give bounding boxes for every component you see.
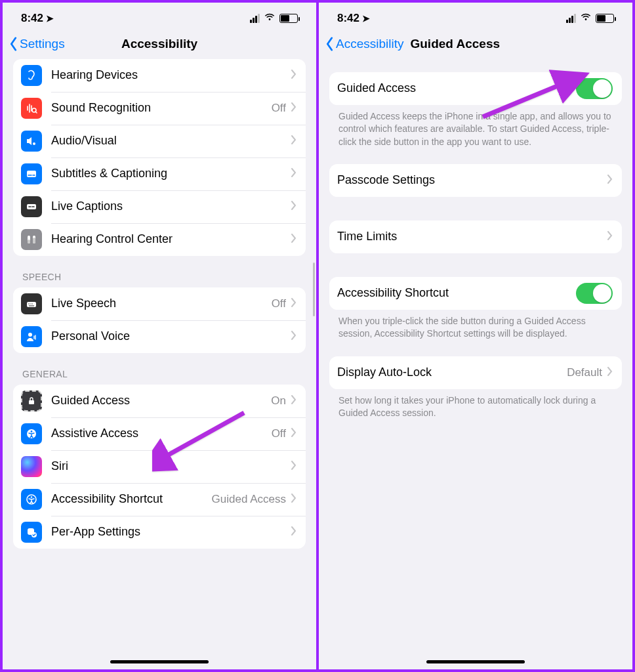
row-personal-voice[interactable]: Personal Voice [13,320,306,353]
status-bar: 8:42➤ [319,3,632,30]
person-wave-icon [21,326,42,347]
chevron-right-icon [291,102,297,114]
row-value: Off [272,427,286,440]
back-button[interactable]: Settings [9,37,65,51]
chevron-right-icon [291,428,297,440]
chevron-right-icon [291,395,297,407]
chevron-right-icon [607,175,613,186]
row-label: Accessibility Shortcut [337,286,576,301]
row-guided-access[interactable]: Guided AccessOn [13,385,306,417]
back-label: Accessibility [336,37,403,51]
chevron-right-icon [607,231,613,243]
svg-point-9 [28,333,32,337]
guided-access-switch[interactable] [576,78,613,99]
left-phone: 8:42➤ Settings Accessibility Hearing Dev… [0,0,319,672]
row-time-limits[interactable]: Time Limits [329,220,622,253]
row-per-app-settings[interactable]: Per-App Settings [13,516,306,549]
time-limits-group: Time Limits [329,220,622,253]
row-hearing-control-center[interactable]: Hearing Control Center [13,223,306,256]
sliders-icon [21,229,42,250]
row-audio-visual[interactable]: Audio/Visual [13,125,306,158]
chevron-right-icon [291,70,297,81]
chevron-right-icon [291,298,297,310]
svg-rect-8 [27,302,36,307]
captions-icon [21,163,42,184]
scrollbar-thumb[interactable] [313,262,315,316]
svg-rect-10 [29,400,34,404]
row-accessibility-shortcut-toggle[interactable]: Accessibility Shortcut [329,277,622,310]
status-bar: 8:42➤ [3,3,316,30]
chevron-right-icon [291,168,297,180]
row-value: Off [272,297,286,310]
row-label: Time Limits [337,230,607,244]
svg-point-1 [33,142,35,145]
home-indicator[interactable] [110,660,209,663]
cellular-icon [566,14,576,23]
home-indicator[interactable] [426,660,525,663]
row-hearing-devices[interactable]: Hearing Devices [13,59,306,92]
row-value: Default [567,366,602,379]
navigation-bar: Accessibility Guided Access [319,30,632,59]
speaker-eye-icon [21,131,42,152]
svg-rect-6 [28,240,30,243]
navigation-bar: Settings Accessibility [3,30,316,59]
svg-rect-2 [27,171,36,177]
row-sound-recognition[interactable]: Sound RecognitionOff [13,92,306,125]
battery-icon [596,14,614,23]
chevron-right-icon [607,367,613,379]
live-captions-icon [21,196,42,217]
svg-point-14 [31,496,32,497]
row-subtitles-captioning[interactable]: Subtitles & Captioning [13,158,306,190]
row-value: On [271,394,286,408]
row-display-auto-lock[interactable]: Display Auto-LockDefault [329,356,622,389]
accessibility-shortcut-switch[interactable] [576,283,613,304]
row-label: Accessibility Shortcut [51,492,212,507]
footer-guided-access: Guided Access keeps the iPhone in a sing… [329,105,622,148]
hearing-group: Hearing Devices Sound RecognitionOff Aud… [13,59,306,256]
time-label: 8:42 [21,12,43,25]
ear-icon [21,65,42,86]
row-label: Personal Voice [51,329,291,344]
row-siri[interactable]: Siri [13,450,306,483]
row-label: Siri [51,459,291,474]
right-phone: 8:42➤ Accessibility Guided Access Guided… [319,0,635,672]
footer-autolock: Set how long it takes your iPhone to aut… [329,389,622,420]
speech-group: Live SpeechOff Personal Voice [13,287,306,353]
row-guided-access-toggle[interactable]: Guided Access [329,72,622,105]
back-button[interactable]: Accessibility [325,37,403,51]
time-label: 8:42 [337,12,359,25]
row-accessibility-shortcut[interactable]: Accessibility ShortcutGuided Access [13,483,306,516]
settings-scroll[interactable]: Hearing Devices Sound RecognitionOff Aud… [3,59,316,669]
section-header-speech: SPEECH [13,256,306,287]
battery-icon [279,14,298,23]
page-title: Guided Access [410,37,500,51]
chevron-right-icon [291,234,297,245]
keyboard-speech-icon [21,293,42,314]
back-label: Settings [20,37,65,51]
row-live-speech[interactable]: Live SpeechOff [13,287,306,320]
footer-shortcut: When you triple-click the side button du… [329,310,622,341]
row-passcode-settings[interactable]: Passcode Settings [329,164,622,197]
svg-point-12 [31,430,33,432]
row-label: Live Speech [51,297,272,311]
chevron-right-icon [291,331,297,343]
row-live-captions[interactable]: Live Captions [13,190,306,223]
row-label: Passcode Settings [337,173,607,188]
lock-dashed-icon [21,390,42,411]
section-header-general: GENERAL [13,353,306,385]
row-value: Guided Access [212,493,286,506]
general-group: Guided AccessOn Assistive AccessOff Siri… [13,385,306,549]
row-assistive-access[interactable]: Assistive AccessOff [13,417,306,450]
guided-access-toggle-group: Guided Access [329,72,622,105]
row-label: Per-App Settings [51,525,291,539]
row-label: Audio/Visual [51,134,291,148]
app-check-icon [21,522,42,543]
waveform-search-icon [21,98,42,119]
chevron-right-icon [291,135,297,147]
accessibility-icon [21,489,42,510]
location-icon: ➤ [362,13,370,24]
settings-scroll[interactable]: Guided Access Guided Access keeps the iP… [319,59,632,669]
wifi-icon [580,12,592,25]
row-value: Off [272,102,286,115]
row-label: Display Auto-Lock [337,366,567,380]
